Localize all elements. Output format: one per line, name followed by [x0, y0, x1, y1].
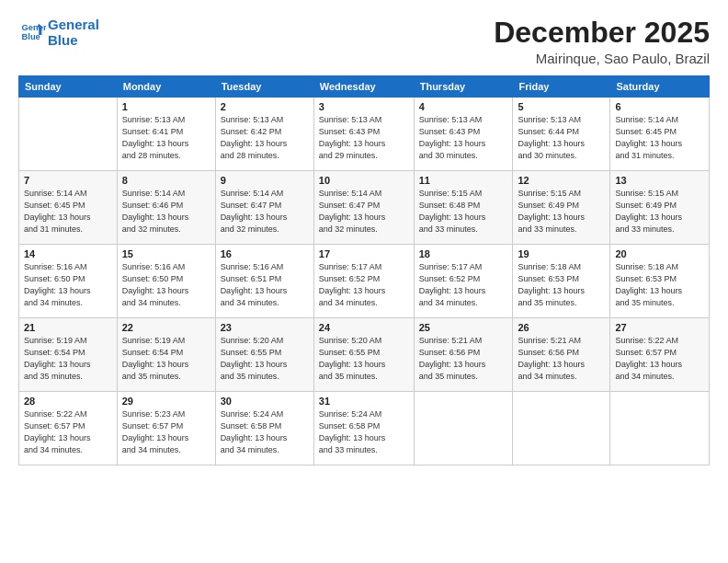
day-number: 21: [24, 322, 112, 333]
calendar-cell: 13Sunrise: 5:15 AMSunset: 6:49 PMDayligh…: [610, 171, 710, 245]
cell-info: Sunrise: 5:15 AMSunset: 6:49 PMDaylight:…: [615, 188, 704, 236]
day-number: 27: [615, 322, 704, 333]
month-title: December 2025: [494, 17, 710, 49]
day-number: 2: [221, 101, 309, 112]
week-row-5: 28Sunrise: 5:22 AMSunset: 6:57 PMDayligh…: [19, 392, 710, 465]
cell-info: Sunrise: 5:16 AMSunset: 6:50 PMDaylight:…: [24, 261, 112, 309]
cell-info: Sunrise: 5:14 AMSunset: 6:45 PMDaylight:…: [615, 114, 704, 162]
calendar-cell: 22Sunrise: 5:19 AMSunset: 6:54 PMDayligh…: [117, 318, 215, 392]
calendar-cell: 3Sunrise: 5:13 AMSunset: 6:43 PMDaylight…: [313, 98, 414, 171]
logo-line2: Blue: [48, 32, 99, 48]
day-number: 25: [419, 322, 508, 333]
cell-info: Sunrise: 5:21 AMSunset: 6:56 PMDaylight:…: [419, 335, 508, 383]
day-number: 4: [419, 101, 508, 112]
col-header-friday: Friday: [513, 76, 610, 98]
cell-info: Sunrise: 5:22 AMSunset: 6:57 PMDaylight:…: [24, 408, 112, 456]
cell-info: Sunrise: 5:23 AMSunset: 6:57 PMDaylight:…: [122, 408, 210, 456]
calendar-cell: 31Sunrise: 5:24 AMSunset: 6:58 PMDayligh…: [313, 392, 414, 465]
col-header-sunday: Sunday: [19, 76, 118, 98]
week-row-4: 21Sunrise: 5:19 AMSunset: 6:54 PMDayligh…: [19, 318, 710, 392]
calendar-cell: [19, 98, 118, 171]
cell-info: Sunrise: 5:17 AMSunset: 6:52 PMDaylight:…: [319, 261, 409, 309]
calendar-cell: 24Sunrise: 5:20 AMSunset: 6:55 PMDayligh…: [313, 318, 414, 392]
day-number: 23: [221, 322, 309, 333]
calendar-cell: 4Sunrise: 5:13 AMSunset: 6:43 PMDaylight…: [414, 98, 513, 171]
calendar-cell: 29Sunrise: 5:23 AMSunset: 6:57 PMDayligh…: [117, 392, 215, 465]
cell-info: Sunrise: 5:20 AMSunset: 6:55 PMDaylight:…: [221, 335, 309, 383]
cell-info: Sunrise: 5:14 AMSunset: 6:47 PMDaylight:…: [221, 188, 309, 236]
day-number: 10: [319, 175, 409, 186]
day-number: 26: [518, 322, 605, 333]
calendar-cell: 9Sunrise: 5:14 AMSunset: 6:47 PMDaylight…: [215, 171, 313, 245]
cell-info: Sunrise: 5:14 AMSunset: 6:46 PMDaylight:…: [122, 188, 210, 236]
page: General Blue General Blue December 2025 …: [0, 0, 728, 563]
calendar-cell: 6Sunrise: 5:14 AMSunset: 6:45 PMDaylight…: [610, 98, 710, 171]
week-row-3: 14Sunrise: 5:16 AMSunset: 6:50 PMDayligh…: [19, 245, 710, 318]
calendar-cell: [414, 392, 513, 465]
day-number: 22: [122, 322, 210, 333]
calendar-cell: [610, 392, 710, 465]
cell-info: Sunrise: 5:16 AMSunset: 6:51 PMDaylight:…: [221, 261, 309, 309]
cell-info: Sunrise: 5:19 AMSunset: 6:54 PMDaylight:…: [122, 335, 210, 383]
calendar-cell: 27Sunrise: 5:22 AMSunset: 6:57 PMDayligh…: [610, 318, 710, 392]
calendar-cell: 2Sunrise: 5:13 AMSunset: 6:42 PMDaylight…: [215, 98, 313, 171]
calendar-cell: 17Sunrise: 5:17 AMSunset: 6:52 PMDayligh…: [313, 245, 414, 318]
day-number: 13: [615, 175, 704, 186]
calendar-cell: 15Sunrise: 5:16 AMSunset: 6:50 PMDayligh…: [117, 245, 215, 318]
day-number: 6: [615, 101, 704, 112]
svg-text:Blue: Blue: [22, 32, 40, 41]
day-number: 29: [122, 396, 210, 407]
cell-info: Sunrise: 5:14 AMSunset: 6:47 PMDaylight:…: [319, 188, 409, 236]
day-number: 14: [24, 248, 112, 259]
calendar-cell: 16Sunrise: 5:16 AMSunset: 6:51 PMDayligh…: [215, 245, 313, 318]
col-header-tuesday: Tuesday: [215, 76, 313, 98]
calendar-cell: 26Sunrise: 5:21 AMSunset: 6:56 PMDayligh…: [513, 318, 610, 392]
day-number: 15: [122, 248, 210, 259]
cell-info: Sunrise: 5:13 AMSunset: 6:44 PMDaylight:…: [518, 114, 605, 162]
day-number: 28: [24, 396, 112, 407]
calendar-cell: 25Sunrise: 5:21 AMSunset: 6:56 PMDayligh…: [414, 318, 513, 392]
calendar-cell: 20Sunrise: 5:18 AMSunset: 6:53 PMDayligh…: [610, 245, 710, 318]
day-number: 17: [319, 248, 409, 259]
day-number: 30: [221, 396, 309, 407]
calendar-cell: 28Sunrise: 5:22 AMSunset: 6:57 PMDayligh…: [19, 392, 118, 465]
calendar-cell: 21Sunrise: 5:19 AMSunset: 6:54 PMDayligh…: [19, 318, 118, 392]
day-number: 16: [221, 248, 309, 259]
calendar-cell: 7Sunrise: 5:14 AMSunset: 6:45 PMDaylight…: [19, 171, 118, 245]
day-number: 7: [24, 175, 112, 186]
calendar-cell: 19Sunrise: 5:18 AMSunset: 6:53 PMDayligh…: [513, 245, 610, 318]
calendar-cell: 10Sunrise: 5:14 AMSunset: 6:47 PMDayligh…: [313, 171, 414, 245]
title-block: December 2025 Mairinque, Sao Paulo, Braz…: [494, 17, 710, 66]
calendar-cell: 23Sunrise: 5:20 AMSunset: 6:55 PMDayligh…: [215, 318, 313, 392]
day-number: 9: [221, 175, 309, 186]
calendar-cell: 1Sunrise: 5:13 AMSunset: 6:41 PMDaylight…: [117, 98, 215, 171]
day-number: 12: [518, 175, 605, 186]
location: Mairinque, Sao Paulo, Brazil: [494, 51, 710, 66]
day-number: 18: [419, 248, 508, 259]
cell-info: Sunrise: 5:13 AMSunset: 6:43 PMDaylight:…: [419, 114, 508, 162]
week-row-2: 7Sunrise: 5:14 AMSunset: 6:45 PMDaylight…: [19, 171, 710, 245]
cell-info: Sunrise: 5:20 AMSunset: 6:55 PMDaylight:…: [319, 335, 409, 383]
cell-info: Sunrise: 5:14 AMSunset: 6:45 PMDaylight:…: [24, 188, 112, 236]
calendar-table: SundayMondayTuesdayWednesdayThursdayFrid…: [18, 75, 710, 465]
col-header-wednesday: Wednesday: [313, 76, 414, 98]
calendar-cell: 5Sunrise: 5:13 AMSunset: 6:44 PMDaylight…: [513, 98, 610, 171]
calendar-cell: 11Sunrise: 5:15 AMSunset: 6:48 PMDayligh…: [414, 171, 513, 245]
day-number: 31: [319, 396, 409, 407]
svg-text:General: General: [22, 24, 46, 33]
day-number: 3: [319, 101, 409, 112]
calendar-cell: 12Sunrise: 5:15 AMSunset: 6:49 PMDayligh…: [513, 171, 610, 245]
day-number: 5: [518, 101, 605, 112]
calendar-cell: [513, 392, 610, 465]
cell-info: Sunrise: 5:16 AMSunset: 6:50 PMDaylight:…: [122, 261, 210, 309]
logo-line1: General: [48, 17, 99, 32]
logo: General Blue General Blue: [18, 17, 99, 49]
cell-info: Sunrise: 5:17 AMSunset: 6:52 PMDaylight:…: [419, 261, 508, 309]
cell-info: Sunrise: 5:13 AMSunset: 6:41 PMDaylight:…: [122, 114, 210, 162]
day-number: 8: [122, 175, 210, 186]
cell-info: Sunrise: 5:24 AMSunset: 6:58 PMDaylight:…: [221, 408, 309, 456]
cell-info: Sunrise: 5:13 AMSunset: 6:43 PMDaylight:…: [319, 114, 409, 162]
cell-info: Sunrise: 5:21 AMSunset: 6:56 PMDaylight:…: [518, 335, 605, 383]
cell-info: Sunrise: 5:19 AMSunset: 6:54 PMDaylight:…: [24, 335, 112, 383]
calendar-cell: 8Sunrise: 5:14 AMSunset: 6:46 PMDaylight…: [117, 171, 215, 245]
